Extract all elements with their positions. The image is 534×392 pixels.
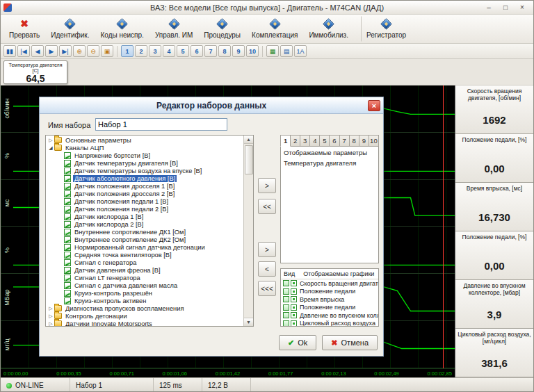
graph-row[interactable]: Цикловый расход воздуха xyxy=(281,320,378,327)
tree-item[interactable]: Датчик температуры двигателя [В] xyxy=(46,159,243,167)
page-tab[interactable]: 8 xyxy=(350,135,359,147)
tree-item[interactable]: Датчик давления фреона [В] xyxy=(46,266,243,274)
remove-all-graphs-button[interactable]: <<< xyxy=(258,281,276,296)
tree-item[interactable]: ▷ Датчики Innovate Motorsports xyxy=(46,320,243,326)
page-tab[interactable]: 9 xyxy=(359,135,369,147)
channel-button[interactable]: 1 xyxy=(121,45,134,57)
set-name-input[interactable] xyxy=(95,118,227,131)
first-frame-button[interactable]: |◀ xyxy=(17,45,30,57)
recorder-button[interactable]: Регистратор xyxy=(361,16,412,42)
channel-button[interactable]: 4 xyxy=(163,45,175,57)
tree-item[interactable]: Датчик положения дросселя 1 [В] xyxy=(46,182,243,190)
next-frame-button[interactable]: ▶ xyxy=(45,45,58,57)
graph-row[interactable]: Скорость вращения двигателя xyxy=(281,279,378,288)
close-button[interactable]: × xyxy=(514,2,531,13)
scroll-down-icon[interactable]: ▼ xyxy=(244,318,253,326)
tree-item[interactable]: ▷ Контроль детонации xyxy=(46,312,243,320)
graph-row[interactable]: Положение педали xyxy=(281,304,378,312)
tree-item[interactable]: Нормированный сигнал датчика детонации xyxy=(46,243,243,251)
add-graph-button[interactable]: > xyxy=(258,242,276,257)
scroll-thumb[interactable] xyxy=(245,145,253,174)
tree-item[interactable]: Внутреннее сопротивление ДК2 [Ом] xyxy=(46,236,243,243)
channel-button[interactable]: 3 xyxy=(149,45,161,57)
remove-graph-button[interactable]: < xyxy=(258,261,276,277)
pause-button[interactable]: ▮▮ xyxy=(3,45,16,57)
tree-item[interactable]: Сигнал с генератора xyxy=(46,259,243,266)
export-chart-button[interactable]: ▦ xyxy=(266,45,279,57)
dialog-close-button[interactable]: × xyxy=(368,100,380,111)
identification-button[interactable]: Идентифик. xyxy=(45,16,95,42)
tree-item[interactable]: Датчик положения дросселя 2 [В] xyxy=(46,190,243,197)
parameter-row[interactable]: Температура двигателя xyxy=(281,158,378,168)
prev-frame-button[interactable]: ◀ xyxy=(31,45,44,57)
graph-row[interactable]: Положение педали xyxy=(281,288,378,296)
readout-card[interactable]: Давление во впускном коллекторе, [мбар] … xyxy=(455,280,533,329)
page-tab[interactable]: 1 xyxy=(280,135,291,147)
tree-expander-icon[interactable]: ▷ xyxy=(47,138,54,143)
channel-button[interactable]: 10 xyxy=(246,45,259,57)
tree-item[interactable]: Датчик температуры воздуха на впуске [В] xyxy=(46,167,243,174)
cancel-button[interactable]: ✖ Отмена xyxy=(322,335,378,350)
units-button[interactable]: 1A xyxy=(294,45,307,57)
page-tab[interactable]: 3 xyxy=(300,135,310,147)
actuators-button[interactable]: Управл. ИМ xyxy=(149,16,198,42)
tree-scrollbar[interactable]: ▲ ▼ xyxy=(243,136,253,326)
add-parameter-button[interactable]: > xyxy=(258,178,276,193)
page-tab[interactable]: 10 xyxy=(369,135,379,147)
page-tab[interactable]: 2 xyxy=(291,135,300,147)
interrupt-button[interactable]: Прервать xyxy=(3,16,45,42)
tree-expander-icon[interactable]: ◢ xyxy=(47,145,54,151)
page-tab[interactable]: 7 xyxy=(340,135,350,147)
copy-button[interactable]: ▣ xyxy=(101,45,113,57)
tree-item[interactable]: Датчик кислорода 1 [В] xyxy=(46,213,243,220)
tree-item[interactable]: Датчик абсолютного давления [В] xyxy=(46,174,243,182)
readout-card[interactable]: Положение педали, [%] 0,00 xyxy=(455,134,533,183)
channel-button[interactable]: 9 xyxy=(232,45,245,57)
channel-button[interactable]: 8 xyxy=(218,45,231,57)
tree-item[interactable]: ▷ Диагностика пропусков воспламенения xyxy=(46,304,243,312)
page-tab[interactable]: 5 xyxy=(320,135,330,147)
channel-button[interactable]: 6 xyxy=(191,45,203,57)
last-frame-button[interactable]: ▶| xyxy=(59,45,72,57)
readout-card[interactable]: Положение педали, [%] 0,00 xyxy=(455,231,533,280)
parameter-display-box[interactable]: Температура двигателя [C] 64,5 xyxy=(3,60,67,84)
readout-card[interactable]: Цикловый расход воздуха, [мг/цикл] 381,6 xyxy=(455,329,533,377)
zoom-in-button[interactable]: ⊕ xyxy=(73,45,86,57)
remove-all-parameters-button[interactable]: << xyxy=(258,199,276,214)
tree-item[interactable]: Датчик положения педали 1 [В] xyxy=(46,197,243,205)
tree-item[interactable]: Сигнал с датчика давления масла xyxy=(46,281,243,289)
readout-card[interactable]: Время впрыска, [мс] 16,730 xyxy=(455,183,533,231)
readout-card[interactable]: Скорость вращения двигателя, [об/мин] 16… xyxy=(455,85,533,134)
minimize-button[interactable]: – xyxy=(480,2,497,13)
scroll-up-icon[interactable]: ▲ xyxy=(244,136,253,144)
zoom-out-button[interactable]: ⊖ xyxy=(87,45,99,57)
tree-item[interactable]: Сигнал LT генератора xyxy=(46,274,243,281)
procedures-button[interactable]: Процедуры xyxy=(198,16,246,42)
page-tab[interactable]: 6 xyxy=(330,135,339,147)
tree-item[interactable]: Средняя точка вентиляторов [В] xyxy=(46,251,243,259)
maximize-button[interactable]: □ xyxy=(497,2,514,13)
page-tab[interactable]: 4 xyxy=(310,135,320,147)
tree-item[interactable]: Датчик положения педали 2 [В] xyxy=(46,205,243,213)
tree-expander-icon[interactable]: ▷ xyxy=(47,306,54,311)
immobilizer-button[interactable]: Иммобилиз. xyxy=(303,16,354,42)
tree-item[interactable]: Круиз-контроль разрешён xyxy=(46,289,243,297)
channel-button[interactable]: 7 xyxy=(204,45,217,57)
channel-button[interactable]: 2 xyxy=(135,45,147,57)
graph-row[interactable]: Время впрыска xyxy=(281,295,378,304)
save-log-button[interactable]: ▤ xyxy=(280,45,293,57)
fault-codes-button[interactable]: Коды неиспр. xyxy=(95,16,149,42)
tree-item[interactable]: ◢ Каналы АЦП xyxy=(46,144,243,152)
tree-item[interactable]: Напряжение бортсети [В] xyxy=(46,152,243,159)
tree-item[interactable]: Внутреннее сопротивление ДК1 [Ом] xyxy=(46,228,243,236)
graph-row[interactable]: Давление во впускном коллекторе xyxy=(281,311,378,320)
time-cursor[interactable] xyxy=(443,85,444,368)
tree-item[interactable]: Круиз-контроль активен xyxy=(46,297,243,304)
channel-button[interactable]: 5 xyxy=(177,45,189,57)
tree-expander-icon[interactable]: ▷ xyxy=(47,321,54,327)
tree-item[interactable]: ▷ Основные параметры xyxy=(46,136,243,144)
ok-button[interactable]: ✔ Ok xyxy=(279,335,316,350)
tree-expander-icon[interactable]: ▷ xyxy=(47,313,54,319)
configuration-button[interactable]: Комплектация xyxy=(246,16,303,42)
tree-item[interactable]: Датчик кислорода 2 [В] xyxy=(46,220,243,228)
